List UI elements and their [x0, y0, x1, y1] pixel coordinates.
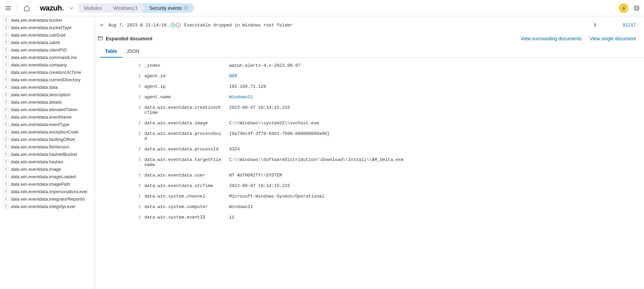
field-item[interactable]: tdata.win.eventdata.imageLoaded	[2, 173, 93, 180]
field-type-badge: t	[3, 196, 9, 202]
field-label: data.win.eventdata.eventName	[11, 115, 72, 120]
field-item[interactable]: tdata.win.eventdata.image	[2, 165, 93, 173]
detail-key: data.win.system.eventID	[144, 215, 229, 220]
field-type-badge: t	[3, 99, 9, 105]
field-item[interactable]: tdata.win.eventdata.bucket	[2, 16, 93, 24]
field-item[interactable]: tdata.win.eventdata.details	[2, 98, 93, 106]
filter-in-icon[interactable]: +	[170, 23, 175, 27]
logo-dropdown[interactable]	[66, 3, 77, 14]
field-type-badge: t	[3, 32, 9, 38]
fields-sidebar[interactable]: tdata.win.eventdata.buckettdata.win.even…	[0, 16, 95, 289]
detail-value: NT AUTHORITY\\SYSTEM	[229, 173, 636, 178]
field-type-indicator: t	[100, 95, 144, 100]
wazuh-logo[interactable]: wazuh.	[40, 4, 64, 13]
field-item[interactable]: tdata.win.eventdata.bucketType	[2, 24, 93, 31]
field-type-badge: t	[3, 204, 9, 209]
field-item[interactable]: tdata.win.eventdata.impersonationLevel	[2, 188, 93, 195]
field-type-indicator: t	[100, 63, 144, 68]
breadcrumb-modules[interactable]: Modules	[78, 3, 108, 13]
field-type-indicator: t	[100, 205, 144, 209]
filter-out-icon[interactable]: −	[176, 23, 181, 27]
field-label: data.win.eventdata.company	[11, 62, 67, 67]
detail-value: 192.168.71.128	[229, 84, 636, 89]
field-item[interactable]: tdata.win.eventdata.creationUtcTime	[2, 68, 93, 76]
detail-row: tdata.win.system.channelMicrosoft-Window…	[95, 191, 644, 202]
user-avatar[interactable]: a	[619, 3, 628, 13]
field-item[interactable]: tdata.win.eventdata.data	[2, 83, 93, 91]
view-surrounding-link[interactable]: View surrounding documents	[521, 36, 582, 41]
field-label: data.win.eventdata.creationUtcTime	[11, 70, 81, 75]
field-type-indicator: t	[100, 194, 144, 199]
detail-value[interactable]: 009	[229, 74, 636, 79]
svg-point-3	[636, 7, 638, 9]
field-item[interactable]: tdata.win.eventdata.integratorReportId	[2, 195, 93, 203]
field-item[interactable]: tdata.win.eventdata.hashes	[2, 158, 93, 165]
tab-table[interactable]: Table	[100, 45, 122, 57]
field-item[interactable]: tdata.win.eventdata.imagePath	[2, 180, 93, 188]
field-label: data.win.eventdata.currentDirectory	[11, 77, 80, 82]
tab-json[interactable]: JSON	[122, 45, 144, 57]
field-type-indicator: t	[100, 121, 144, 126]
detail-value[interactable]: Windows11	[229, 95, 636, 100]
field-label: data.win.eventdata.eventType	[11, 122, 69, 127]
field-label: data.win.eventdata.exceptionCode	[11, 129, 78, 135]
divider	[37, 4, 37, 12]
field-label: data.win.eventdata.description	[11, 92, 71, 97]
detail-key: agent.ip	[144, 84, 229, 89]
collapse-toggle[interactable]	[98, 21, 106, 29]
field-item[interactable]: tdata.win.eventdata.company	[2, 61, 93, 68]
detail-key: data.win.eventdata.utcTime	[144, 183, 229, 188]
field-label: data.win.eventdata.imagePath	[11, 182, 70, 187]
field-label: data.win.eventdata.hashes	[11, 159, 63, 164]
view-single-link[interactable]: View single document	[590, 36, 636, 41]
svg-point-1	[186, 6, 186, 7]
field-label: data.win.eventdata.commandLine	[11, 55, 77, 60]
field-item[interactable]: tdata.win.eventdata.currentDirectory	[2, 76, 93, 83]
field-item[interactable]: tdata.win.eventdata.fileVersion	[2, 143, 93, 150]
info-icon	[184, 5, 188, 11]
detail-row: tagent.id009	[95, 71, 644, 81]
detail-row: tdata.win.eventdata.processGuid{0a74bc4f…	[95, 128, 644, 144]
menu-button[interactable]	[3, 3, 14, 14]
detail-value: 2023-08-07 19:14:15.215	[229, 183, 636, 188]
field-type-badge: t	[3, 151, 9, 157]
breadcrumb-security-events[interactable]: Security events	[141, 3, 195, 13]
detail-key: data.win.eventdata.image	[144, 121, 229, 126]
field-type-indicator: t	[100, 173, 144, 178]
home-button[interactable]	[21, 3, 32, 14]
field-label: data.win.eventdata.data	[11, 85, 58, 90]
detail-key: agent.name	[144, 95, 229, 100]
field-item[interactable]: tdata.win.eventdata.cabId	[2, 39, 93, 46]
field-type-badge: t	[3, 25, 9, 30]
field-label: data.win.eventdata.bucket	[11, 18, 62, 23]
detail-row: tdata.win.eventdata.targetFilenameC:\\Wi…	[95, 154, 644, 170]
detail-key: agent.id	[144, 74, 229, 79]
detail-key: _index	[144, 63, 229, 68]
field-type-indicator: t	[100, 147, 144, 152]
field-item[interactable]: tdata.win.eventdata.eventName	[2, 113, 93, 121]
field-item[interactable]: tdata.win.eventdata.cabGuid	[2, 31, 93, 39]
detail-row: tdata.win.eventdata.processId4324	[95, 144, 644, 154]
field-type-badge: t	[3, 62, 9, 67]
field-item[interactable]: tdata.win.eventdata.eventType	[2, 121, 93, 128]
field-type-badge: t	[3, 122, 9, 127]
field-label: data.win.eventdata.clientPID	[11, 47, 67, 53]
field-item[interactable]: tdata.win.eventdata.description	[2, 91, 93, 98]
field-item[interactable]: tdata.win.eventdata.hashedBucket	[2, 150, 93, 158]
field-type-indicator: t	[100, 184, 144, 188]
field-label: data.win.eventdata.impersonationLevel	[11, 189, 87, 194]
field-item[interactable]: tdata.win.eventdata.commandLine	[2, 54, 93, 61]
field-item[interactable]: tdata.win.eventdata.faultingOffset	[2, 136, 93, 143]
field-item[interactable]: tdata.win.eventdata.elevatedToken	[2, 106, 93, 113]
breadcrumb-windows11[interactable]: Windows11	[105, 3, 144, 13]
field-item[interactable]: tdata.win.eventdata.exceptionCode	[2, 128, 93, 136]
field-item[interactable]: tdata.win.eventdata.integrityLevel	[2, 203, 93, 210]
detail-row: tdata.win.eventdata.userNT AUTHORITY\\SY…	[95, 170, 644, 181]
field-label: data.win.eventdata.image	[11, 167, 61, 172]
newsfeed-button[interactable]	[632, 3, 641, 13]
event-rule-id[interactable]: 92217	[609, 23, 636, 28]
field-label: data.win.eventdata.elevatedToken	[11, 107, 78, 112]
field-type-badge: t	[3, 55, 9, 60]
field-item[interactable]: tdata.win.eventdata.clientPID	[2, 46, 93, 54]
detail-value: 2023-08-07 19:14:15.215	[229, 105, 636, 110]
